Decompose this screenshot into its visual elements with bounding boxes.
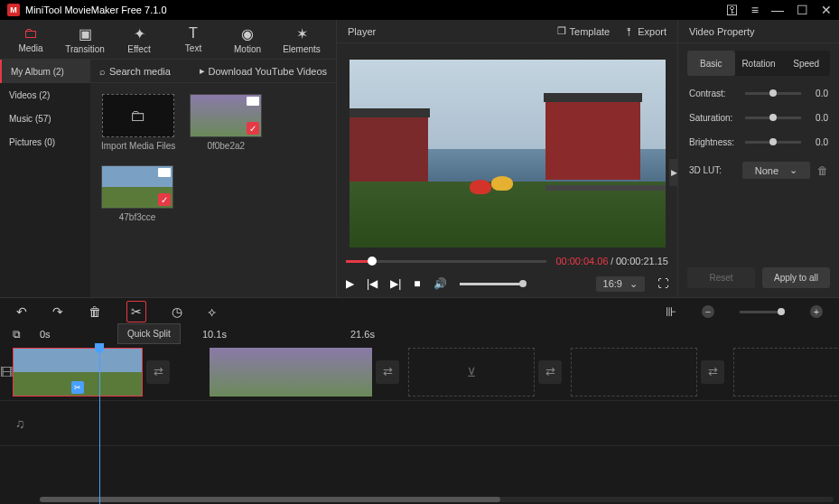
audio-track: ♫: [0, 401, 839, 446]
player-title: Player: [348, 26, 376, 37]
search-input[interactable]: Search media: [109, 66, 171, 77]
audio-track-icon: ♫: [0, 416, 40, 431]
template-icon: ❒: [557, 25, 566, 37]
transition-slot[interactable]: ⇄: [701, 360, 724, 384]
tab-transition[interactable]: ▣Transition: [58, 20, 112, 60]
media-sidebar: My Album (2) Videos (2) Music (57) Pictu…: [0, 60, 90, 297]
tab-text[interactable]: TText: [166, 20, 220, 60]
saturation-value: 0.0: [808, 113, 828, 123]
properties-panel: ▶ Video Property Basic Rotation Speed Co…: [678, 20, 839, 297]
brightness-slider[interactable]: [745, 141, 801, 144]
chevron-down-icon: ⌄: [789, 164, 797, 176]
fit-button[interactable]: ⊪: [666, 304, 676, 319]
delete-lut-button[interactable]: 🗑: [817, 164, 828, 177]
crop-button[interactable]: ⟡: [208, 304, 216, 320]
delete-button[interactable]: 🗑: [89, 304, 101, 319]
reset-button[interactable]: Reset: [687, 267, 755, 288]
titlebar: M MiniTool MovieMaker Free 7.1.0 ⚿ ≡ — ☐…: [0, 0, 839, 20]
transition-slot[interactable]: ⇄: [146, 360, 170, 384]
aspect-ratio-select[interactable]: 16:9⌄: [596, 276, 645, 292]
tab-elements[interactable]: ✶Elements: [275, 20, 329, 60]
saturation-slider[interactable]: [745, 117, 801, 119]
chevron-down-icon: ⌄: [629, 278, 638, 290]
tab-motion[interactable]: ◉Motion: [220, 20, 275, 60]
time-duration: 00:00:21.15: [616, 256, 668, 266]
export-icon: ⭱: [624, 26, 634, 37]
transition-slot[interactable]: ⇄: [538, 360, 562, 384]
player-panel: Player ❒Template ⭱Export 00:00:04.06 / 0…: [337, 20, 678, 297]
prev-frame-button[interactable]: |◀: [367, 277, 378, 290]
split-button[interactable]: ✂: [126, 301, 146, 322]
download-youtube-button[interactable]: ▸Download YouTube Videos: [200, 65, 328, 77]
text-icon: T: [189, 25, 198, 42]
undo-button[interactable]: ↶: [16, 304, 27, 319]
menu-icon[interactable]: ≡: [751, 3, 759, 17]
sidebar-item-pictures[interactable]: Pictures (0): [0, 130, 90, 154]
app-logo-icon: M: [7, 4, 20, 16]
play-button[interactable]: ▶: [346, 277, 354, 290]
timeline-clip-2[interactable]: [210, 348, 372, 397]
folder-icon: 🗀: [23, 25, 38, 42]
main-tabs: 🗀Media ▣Transition ✦Effect TText ◉Motion…: [0, 20, 336, 60]
timeline-tracks: 🎞 ✂ ⇄ ⇄ ⊻ ⇄ ⇄ ⇄ ♫: [0, 343, 839, 504]
zoom-in-button[interactable]: +: [810, 305, 823, 318]
motion-icon: ◉: [241, 25, 254, 42]
maximize-icon[interactable]: ☐: [797, 3, 808, 17]
close-icon[interactable]: ✕: [821, 3, 832, 17]
apply-all-button[interactable]: Apply to all: [762, 267, 830, 288]
collapse-panel-button[interactable]: ▶: [669, 159, 678, 186]
volume-slider[interactable]: [460, 283, 523, 285]
tab-media[interactable]: 🗀Media: [4, 20, 58, 60]
prop-tab-basic[interactable]: Basic: [687, 51, 735, 76]
empty-slot[interactable]: ⊻: [408, 348, 535, 397]
attach-icon[interactable]: ⧉: [13, 328, 21, 341]
brightness-value: 0.0: [808, 137, 828, 147]
media-panel: 🗀Media ▣Transition ✦Effect TText ◉Motion…: [0, 20, 337, 297]
transition-slot[interactable]: ⇄: [376, 360, 399, 384]
media-thumb-2[interactable]: ✓ 47bf3cce: [101, 165, 173, 222]
empty-slot[interactable]: [571, 348, 697, 397]
video-icon: [158, 168, 171, 177]
export-button[interactable]: ⭱Export: [624, 25, 667, 37]
prop-tab-speed[interactable]: Speed: [782, 51, 830, 76]
search-icon: ⌕: [99, 66, 106, 77]
elements-icon: ✶: [296, 25, 308, 42]
horizontal-scrollbar[interactable]: [40, 497, 834, 502]
contrast-slider[interactable]: [745, 92, 801, 95]
saturation-label: Saturation:: [689, 113, 738, 123]
sidebar-item-videos[interactable]: Videos (2): [0, 83, 90, 107]
preview-display[interactable]: [350, 60, 666, 247]
zoom-out-button[interactable]: −: [702, 305, 714, 318]
brightness-label: Brightness:: [689, 137, 738, 147]
timeline-clip-1[interactable]: ✂: [13, 348, 143, 397]
timeline-toolbar: ↶ ↷ 🗑 ✂ ◷ ⟡ Quick Split ⊪ − +: [0, 298, 839, 325]
sidebar-item-music[interactable]: Music (57): [0, 107, 90, 130]
tab-effect[interactable]: ✦Effect: [112, 20, 166, 60]
volume-icon[interactable]: 🔊: [433, 277, 447, 290]
contrast-value: 0.0: [808, 89, 828, 98]
check-icon: ✓: [247, 122, 259, 135]
minimize-icon[interactable]: —: [771, 3, 784, 17]
video-track-icon: 🎞: [0, 365, 13, 379]
video-icon: [247, 97, 259, 106]
folder-icon: 🗀: [130, 107, 146, 126]
media-thumb-1[interactable]: ✓ 0f0be2a2: [190, 94, 262, 151]
sidebar-item-album[interactable]: My Album (2): [0, 60, 90, 83]
stop-button[interactable]: ■: [414, 277, 420, 290]
lut-select[interactable]: None⌄: [742, 162, 810, 179]
next-frame-button[interactable]: ▶|: [390, 277, 401, 290]
speed-button[interactable]: ◷: [172, 304, 182, 319]
seek-slider[interactable]: [346, 260, 546, 263]
video-track: 🎞 ✂ ⇄ ⇄ ⊻ ⇄ ⇄ ⇄: [0, 343, 839, 401]
zoom-slider[interactable]: [740, 311, 785, 313]
redo-button[interactable]: ↷: [52, 304, 63, 319]
app-title: MiniTool MovieMaker Free 7.1.0: [25, 5, 167, 15]
prop-tab-rotation[interactable]: Rotation: [735, 51, 783, 76]
key-icon[interactable]: ⚿: [726, 3, 739, 17]
template-button[interactable]: ❒Template: [557, 25, 611, 37]
empty-slot[interactable]: [733, 348, 839, 397]
split-tooltip: Quick Split: [117, 323, 181, 344]
fullscreen-button[interactable]: ⛶: [657, 277, 668, 290]
import-media-button[interactable]: 🗀 Import Media Files: [101, 94, 175, 151]
youtube-icon: ▸: [200, 65, 205, 77]
